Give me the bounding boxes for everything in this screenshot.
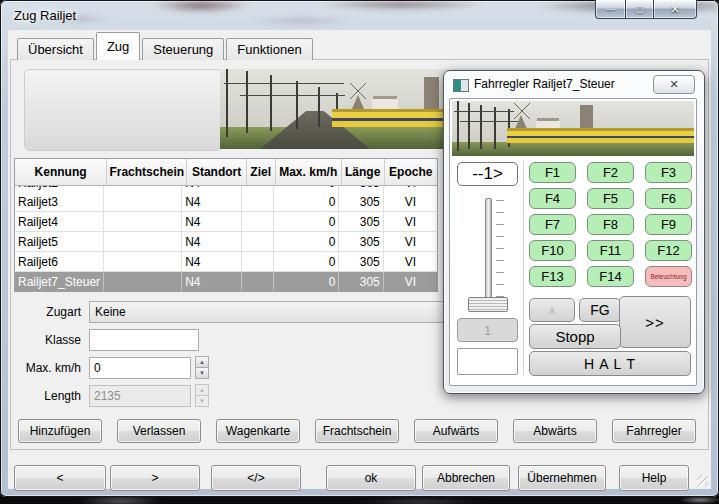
f7-button[interactable]: F7 <box>529 214 576 235</box>
fahrregler-content: --1> 1 F1 F2 F3 F4 F5 F6 F7 F8 F9 F10 F1… <box>449 98 697 386</box>
tab-zug[interactable]: Zug <box>96 32 140 60</box>
photo-church-tower <box>424 77 439 111</box>
col-ziel[interactable]: Ziel <box>247 159 276 185</box>
max-kmh-input[interactable] <box>89 357 191 379</box>
cell-frachtschein <box>104 272 182 291</box>
speed-slider-thumb[interactable] <box>468 297 508 312</box>
spin-down-icon: ▼ <box>195 395 209 407</box>
fahrregler-window-icon <box>453 79 469 92</box>
col-frachtschein[interactable]: Frachtschein <box>107 159 187 185</box>
fg-button[interactable]: FG <box>579 298 621 322</box>
uebernehmen-button[interactable]: Übernehmen <box>518 465 606 491</box>
cell-standort: N4 <box>182 192 242 211</box>
direction-speed-display[interactable]: --1> <box>457 162 518 186</box>
col-kennung[interactable]: Kennung <box>15 159 107 185</box>
col-laenge[interactable]: Länge <box>342 159 385 185</box>
max-kmh-spinner[interactable]: ▲ ▼ <box>195 357 209 379</box>
code-button[interactable]: </> <box>211 465 301 491</box>
f2-button[interactable]: F2 <box>587 162 634 183</box>
wagenkarte-button[interactable]: Wagenkarte <box>216 419 300 443</box>
photo-catenary-beam <box>224 83 344 84</box>
cell-laenge: 305 <box>339 272 383 291</box>
back-button[interactable]: < <box>14 465 106 491</box>
f3-button[interactable]: F3 <box>645 162 692 183</box>
cell-frachtschein <box>104 192 182 211</box>
cell-ziel <box>242 232 274 251</box>
tab-bar: Übersicht Zug Steuerung Funktionen <box>17 32 315 60</box>
tab-funktionen[interactable]: Funktionen <box>226 38 312 60</box>
maximize-button[interactable]: ▢ <box>625 0 654 19</box>
tab-uebersicht[interactable]: Übersicht <box>17 38 94 60</box>
cell-kennung: Railjet5 <box>15 232 104 251</box>
speed-slider-track[interactable] <box>485 198 492 300</box>
klasse-input[interactable] <box>89 329 199 351</box>
cell-kennung: Railjet7_Steuer <box>15 272 104 291</box>
photo-windmill <box>515 115 527 129</box>
speed-step-box: 1 <box>457 318 518 342</box>
table-row-selected[interactable]: Railjet7_Steuer N4 0 305 VI <box>15 272 437 291</box>
verlassen-button[interactable]: Verlassen <box>117 419 201 443</box>
table-header: Kennung Frachtschein Standort Ziel Max. … <box>15 159 437 186</box>
f14-button[interactable]: F14 <box>587 266 634 287</box>
cell-kennung: Railjet6 <box>15 252 104 271</box>
f1-button[interactable]: F1 <box>529 162 576 183</box>
frachtschein-button[interactable]: Frachtschein <box>315 419 399 443</box>
speed-entry-box[interactable] <box>457 348 518 375</box>
stopp-button[interactable]: Stopp <box>529 324 621 349</box>
help-button[interactable]: Help <box>619 465 689 491</box>
spin-down-icon[interactable]: ▼ <box>195 367 209 379</box>
table-row[interactable]: Railjet4 N4 0 305 VI <box>15 212 437 232</box>
beleuchtung-button[interactable]: Beleuchtung <box>645 266 692 287</box>
cell-standort: N4 <box>182 212 242 231</box>
table-row[interactable]: Railjet6 N4 0 305 VI <box>15 252 437 272</box>
fahrregler-titlebar[interactable]: Fahrregler Railjet7_Steuer ✕ <box>444 71 704 97</box>
forward-button[interactable]: > <box>110 465 200 491</box>
length-label: Length <box>11 389 81 403</box>
zugart-combobox[interactable]: Keine <box>89 301 448 323</box>
cell-epoche: VI <box>384 252 437 271</box>
abbrechen-button[interactable]: Abbrechen <box>422 465 510 491</box>
ok-button[interactable]: ok <box>326 465 416 491</box>
f5-button[interactable]: F5 <box>587 188 634 209</box>
cell-laenge: 305 <box>339 212 383 231</box>
col-max-kmh[interactable]: Max. km/h <box>276 159 342 185</box>
cell-max-kmh: 0 <box>274 252 340 271</box>
abwaerts-button[interactable]: Abwärts <box>513 419 597 443</box>
hinzufuegen-button[interactable]: Hinzufügen <box>18 419 102 443</box>
f11-button[interactable]: F11 <box>587 240 634 261</box>
f12-button[interactable]: F12 <box>645 240 692 261</box>
cell-ziel <box>242 272 274 291</box>
f13-button[interactable]: F13 <box>529 266 576 287</box>
next-button[interactable]: >> <box>619 296 691 348</box>
aufwaerts-button[interactable]: Aufwärts <box>414 419 498 443</box>
maximize-icon: ▢ <box>635 4 644 14</box>
cell-max-kmh: 0 <box>274 232 340 251</box>
f8-button[interactable]: F8 <box>587 214 634 235</box>
cell-laenge: 305 <box>339 252 383 271</box>
minimize-button[interactable]: — <box>595 0 626 19</box>
f10-button[interactable]: F10 <box>529 240 576 261</box>
cell-standort: N4 <box>182 272 242 291</box>
cell-laenge: 305 <box>339 192 383 211</box>
photo-mast <box>246 71 248 133</box>
cell-epoche: VI <box>384 192 437 211</box>
col-standort[interactable]: Standort <box>187 159 246 185</box>
f4-button[interactable]: F4 <box>529 188 576 209</box>
col-epoche[interactable]: Epoche <box>385 159 438 185</box>
f6-button[interactable]: F6 <box>645 188 692 209</box>
table-row[interactable]: Railjet3 N4 0 305 VI <box>15 192 437 212</box>
up-button-disabled: ∧ <box>529 298 575 322</box>
photo-mast <box>226 69 228 137</box>
close-button[interactable]: ✕ <box>653 0 697 19</box>
cell-max-kmh: 0 <box>274 192 340 211</box>
photo-mast <box>296 81 298 129</box>
cell-standort: N4 <box>182 252 242 271</box>
halt-button[interactable]: H A L T <box>529 351 691 376</box>
tab-steuerung[interactable]: Steuerung <box>142 38 224 60</box>
fahrregler-close-button[interactable]: ✕ <box>653 75 695 94</box>
cell-max-kmh: 0 <box>274 272 340 291</box>
table-row[interactable]: Railjet5 N4 0 305 VI <box>15 232 437 252</box>
fahrregler-button[interactable]: Fahrregler <box>612 419 696 443</box>
resize-grip[interactable] <box>697 475 708 486</box>
f9-button[interactable]: F9 <box>645 214 692 235</box>
